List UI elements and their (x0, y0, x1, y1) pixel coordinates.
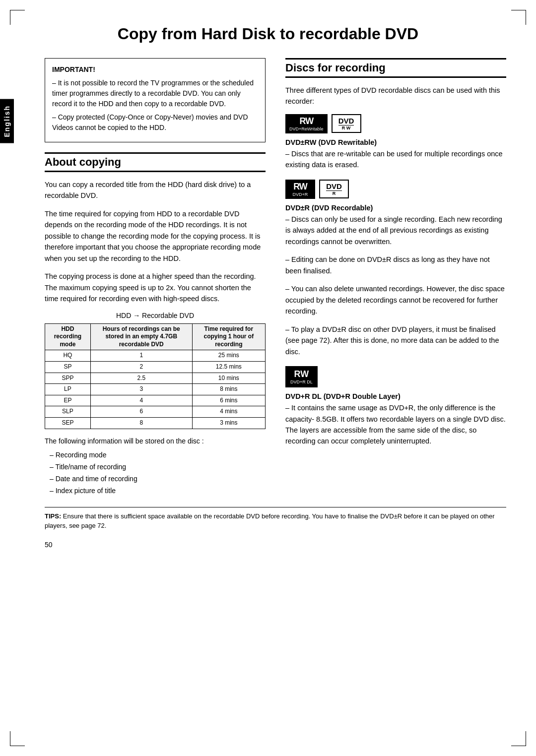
discs-header: Discs for recording (285, 58, 506, 78)
disc1-logos: RW DVD+ReWritable DVD R W (285, 114, 506, 133)
disc2-rw-bottom: DVD+R (293, 192, 308, 197)
right-column: Discs for recording Three different type… (285, 58, 506, 497)
corner-mark-tr (511, 10, 526, 25)
table-cell: SLP (45, 406, 91, 418)
disc3-rw-bottom: DVD+R DL (290, 379, 313, 384)
important-text-2: – Copy protected (Copy-Once or Copy-Neve… (52, 112, 258, 133)
disc2-desc3: – You can also delete unwanted recording… (285, 283, 506, 316)
discs-intro: Three different types of DVD recordable … (285, 85, 506, 107)
disc3-section: RW DVD+R DL DVD+R DL (DVD+R Double Layer… (285, 366, 506, 447)
table-row: SPP2.510 mins (45, 373, 266, 384)
language-tab: English (0, 99, 14, 143)
stored-list: Recording modeTitle/name of recordingDat… (50, 449, 266, 497)
list-item: Date and time of recording (50, 473, 266, 485)
left-column: IMPORTANT! – It is not possible to recor… (45, 58, 266, 497)
disc2-desc2: – Editing can be done on DVD±R discs as … (285, 254, 506, 276)
list-item: Title/name of recording (50, 461, 266, 473)
table-cell: 2 (90, 362, 192, 373)
disc1-rw-logo: RW DVD+ReWritable (285, 114, 328, 133)
table-cell: 4 (90, 395, 192, 406)
about-copying-para2: The time required for copying from HDD t… (45, 208, 266, 264)
table-cell: 8 (90, 418, 192, 429)
table-header-time: Time required for copying 1 hour of reco… (192, 323, 265, 350)
stored-intro: The following information will be stored… (45, 436, 266, 447)
important-label: IMPORTANT! (52, 64, 258, 75)
disc1-dvd-sub: R W (342, 126, 351, 130)
disc1-dvd-logo: DVD R W (332, 114, 361, 133)
disc3-desc: – It contains the same usage as DVD+R, t… (285, 402, 506, 447)
table-row: SEP83 mins (45, 418, 266, 429)
table-cell: SP (45, 362, 91, 373)
disc1-rw-bottom: DVD+ReWritable (289, 126, 324, 131)
important-text-1: – It is not possible to record the TV pr… (52, 78, 258, 109)
corner-mark-tl (10, 10, 25, 25)
tips-text: Ensure that there is sufficient space av… (45, 512, 495, 530)
table-row: LP38 mins (45, 384, 266, 395)
disc1-section: RW DVD+ReWritable DVD R W DVD±RW (DVD Re… (285, 114, 506, 171)
disc2-dvd-logo: DVD R (319, 180, 349, 198)
table-cell: 10 mins (192, 373, 265, 384)
disc3-logos: RW DVD+R DL (285, 366, 506, 387)
table-cell: 4 mins (192, 406, 265, 418)
table-cell: HQ (45, 350, 91, 362)
table-cell: 3 mins (192, 418, 265, 429)
table-row: SP212.5 mins (45, 362, 266, 373)
disc2-dvd-text: DVD (326, 182, 342, 191)
disc2-rw-logo: RW DVD+R (285, 180, 315, 199)
table-header-hours: Hours of recordings can be stored in an … (90, 323, 192, 350)
about-copying-header: About copying (45, 152, 266, 172)
disc2-section: RW DVD+R DVD R DVD±R (DVD Recordable) – … (285, 180, 506, 357)
disc3-rw-top: RW (294, 369, 309, 379)
table-cell: 2.5 (90, 373, 192, 384)
disc2-desc1: – Discs can only be used for a single re… (285, 214, 506, 247)
page-number: 50 (45, 541, 506, 549)
hdd-label: HDD → Recordable DVD (45, 312, 266, 319)
content-columns: IMPORTANT! – It is not possible to recor… (45, 58, 506, 497)
disc3-rw-logo: RW DVD+R DL (285, 366, 318, 387)
important-box: IMPORTANT! – It is not possible to recor… (45, 58, 266, 142)
tips-label: TIPS: (45, 512, 61, 520)
table-row: EP46 mins (45, 395, 266, 406)
table-cell: 6 mins (192, 395, 265, 406)
page-title: Copy from Hard Disk to recordable DVD (30, 25, 506, 43)
table-cell: EP (45, 395, 91, 406)
about-copying-para1: You can copy a recorded title from the H… (45, 179, 266, 201)
disc2-rw-top: RW (293, 182, 307, 192)
list-item: Recording mode (50, 449, 266, 461)
disc3-label: DVD+R DL (DVD+R Double Layer) (285, 392, 506, 400)
recording-table: HDD recording mode Hours of recordings c… (45, 323, 266, 429)
disc2-desc4: – To play a DVD±R disc on other DVD play… (285, 324, 506, 357)
disc2-label: DVD±R (DVD Recordable) (285, 204, 506, 212)
table-cell: LP (45, 384, 91, 395)
table-cell: 1 (90, 350, 192, 362)
disc1-rw-top: RW (299, 116, 313, 126)
disc2-dvd-sub: R (333, 191, 336, 196)
table-cell: SPP (45, 373, 91, 384)
table-cell: 25 mins (192, 350, 265, 362)
about-copying-para3: The copying process is done at a higher … (45, 271, 266, 304)
table-row: HQ125 mins (45, 350, 266, 362)
list-item: Index picture of title (50, 485, 266, 497)
corner-mark-br (511, 731, 526, 746)
disc1-desc: – Discs that are re-writable can be used… (285, 148, 506, 171)
table-cell: 6 (90, 406, 192, 418)
tips-box: TIPS: Ensure that there is sufficient sp… (45, 507, 506, 531)
table-cell: 8 mins (192, 384, 265, 395)
disc1-dvd-text: DVD (338, 117, 354, 126)
table-row: SLP64 mins (45, 406, 266, 418)
table-cell: SEP (45, 418, 91, 429)
table-cell: 3 (90, 384, 192, 395)
disc1-label: DVD±RW (DVD Rewritable) (285, 138, 506, 146)
disc2-logos: RW DVD+R DVD R (285, 180, 506, 199)
table-header-mode: HDD recording mode (45, 323, 91, 350)
table-cell: 12.5 mins (192, 362, 265, 373)
corner-mark-bl (10, 731, 25, 746)
